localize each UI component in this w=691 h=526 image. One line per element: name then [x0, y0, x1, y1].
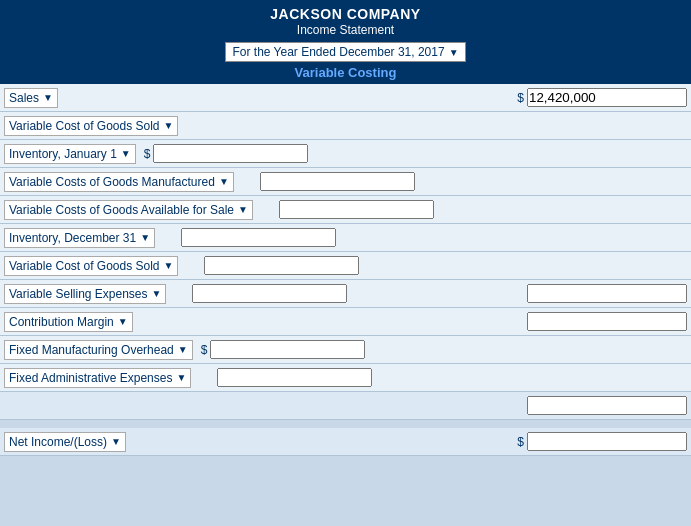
variable-selling-row: Variable Selling Expenses ▼	[0, 280, 691, 308]
vcogs-manufactured-select[interactable]: Variable Costs of Goods Manufactured ▼	[4, 172, 234, 192]
company-name: JACKSON COMPANY	[4, 6, 687, 22]
sales-row: Sales ▼ $	[0, 84, 691, 112]
contribution-margin-arrow: ▼	[118, 316, 128, 327]
vcogs-manufactured-arrow: ▼	[219, 176, 229, 187]
contribution-margin-row: Contribution Margin ▼	[0, 308, 691, 336]
vcogs-manufactured-row: Variable Costs of Goods Manufactured ▼	[0, 168, 691, 196]
period-label: For the Year Ended December 31, 2017	[232, 45, 444, 59]
fixed-admin-label: Fixed Administrative Expenses	[9, 371, 172, 385]
vcogs-manufactured-input[interactable]	[260, 172, 415, 191]
sales-value-input[interactable]	[527, 88, 687, 107]
subtotal-row	[0, 392, 691, 420]
page: JACKSON COMPANY Income Statement For the…	[0, 0, 691, 456]
subtotal-input[interactable]	[527, 396, 687, 415]
vcogs-sold-row: Variable Cost of Goods Sold ▼	[0, 252, 691, 280]
vcogs-available-input[interactable]	[279, 200, 434, 219]
fixed-mfg-select[interactable]: Fixed Manufacturing Overhead ▼	[4, 340, 193, 360]
sales-select[interactable]: Sales ▼	[4, 88, 58, 108]
net-income-input[interactable]	[527, 432, 687, 451]
fixed-admin-row: Fixed Administrative Expenses ▼	[0, 364, 691, 392]
fixed-admin-arrow: ▼	[176, 372, 186, 383]
variable-selling-arrow: ▼	[152, 288, 162, 299]
net-income-label: Net Income/(Loss)	[9, 435, 107, 449]
header: JACKSON COMPANY Income Statement For the…	[0, 0, 691, 84]
sales-arrow: ▼	[43, 92, 53, 103]
inventory-dec-arrow: ▼	[140, 232, 150, 243]
vcogs-manufactured-label: Variable Costs of Goods Manufactured	[9, 175, 215, 189]
net-income-dollar: $	[517, 435, 524, 449]
contribution-margin-label: Contribution Margin	[9, 315, 114, 329]
period-arrow: ▼	[449, 47, 459, 58]
inventory-dec-row: Inventory, December 31 ▼	[0, 224, 691, 252]
inventory-jan-dollar: $	[144, 147, 151, 161]
variable-selling-right-input[interactable]	[527, 284, 687, 303]
vcogs-available-arrow: ▼	[238, 204, 248, 215]
inventory-jan-row: Inventory, January 1 ▼ $	[0, 140, 691, 168]
vcogs-available-select[interactable]: Variable Costs of Goods Available for Sa…	[4, 200, 253, 220]
inventory-jan-label: Inventory, January 1	[9, 147, 117, 161]
period-select[interactable]: For the Year Ended December 31, 2017 ▼	[225, 42, 465, 62]
variable-selling-input[interactable]	[192, 284, 347, 303]
vcogs-select[interactable]: Variable Cost of Goods Sold ▼	[4, 116, 178, 136]
net-income-select[interactable]: Net Income/(Loss) ▼	[4, 432, 126, 452]
net-income-row: Net Income/(Loss) ▼ $	[0, 428, 691, 456]
vcogs-sold-select[interactable]: Variable Cost of Goods Sold ▼	[4, 256, 178, 276]
fixed-admin-input[interactable]	[217, 368, 372, 387]
contribution-margin-select[interactable]: Contribution Margin ▼	[4, 312, 133, 332]
inventory-jan-arrow: ▼	[121, 148, 131, 159]
header-subtitle: Income Statement	[4, 23, 687, 37]
vcogs-available-row: Variable Costs of Goods Available for Sa…	[0, 196, 691, 224]
vcogs-sold-arrow: ▼	[164, 260, 174, 271]
fixed-admin-select[interactable]: Fixed Administrative Expenses ▼	[4, 368, 191, 388]
vcogs-available-label: Variable Costs of Goods Available for Sa…	[9, 203, 234, 217]
vcogs-sold-input[interactable]	[204, 256, 359, 275]
sales-right: $	[514, 88, 687, 107]
sales-label: Sales	[9, 91, 39, 105]
inventory-dec-label: Inventory, December 31	[9, 231, 136, 245]
variable-selling-label: Variable Selling Expenses	[9, 287, 148, 301]
inventory-dec-input[interactable]	[181, 228, 336, 247]
contribution-margin-input[interactable]	[527, 312, 687, 331]
costing-type: Variable Costing	[4, 65, 687, 80]
vcogs-label: Variable Cost of Goods Sold	[9, 119, 160, 133]
variable-selling-select[interactable]: Variable Selling Expenses ▼	[4, 284, 166, 304]
sales-dollar: $	[517, 91, 524, 105]
inventory-dec-select[interactable]: Inventory, December 31 ▼	[4, 228, 155, 248]
fixed-mfg-arrow: ▼	[178, 344, 188, 355]
net-income-arrow: ▼	[111, 436, 121, 447]
vcogs-header-row: Variable Cost of Goods Sold ▼	[0, 112, 691, 140]
vcogs-arrow: ▼	[164, 120, 174, 131]
inventory-jan-select[interactable]: Inventory, January 1 ▼	[4, 144, 136, 164]
spacer-row	[0, 420, 691, 428]
fixed-mfg-input[interactable]	[210, 340, 365, 359]
fixed-mfg-row: Fixed Manufacturing Overhead ▼ $	[0, 336, 691, 364]
vcogs-sold-label: Variable Cost of Goods Sold	[9, 259, 160, 273]
fixed-mfg-label: Fixed Manufacturing Overhead	[9, 343, 174, 357]
fixed-mfg-dollar: $	[201, 343, 208, 357]
inventory-jan-input[interactable]	[153, 144, 308, 163]
